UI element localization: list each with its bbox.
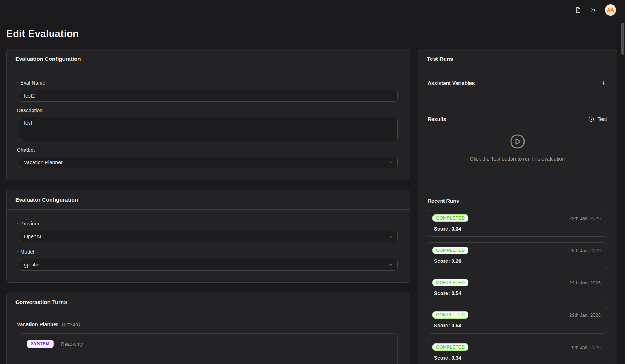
bot-model: (gpt-4o) [62, 321, 80, 327]
test-runs-title: Test Runs [418, 49, 617, 69]
run-status-badge: COMPLETED [432, 311, 468, 319]
results-empty-hint: Click the Test button to run this evalua… [470, 156, 565, 162]
chevron-down-icon [388, 160, 393, 165]
run-card[interactable]: COMPLETED 29th Jan, 2026 Score: 0.34 [428, 339, 607, 364]
chatbot-field: Chatbot Vacation Planner [17, 146, 400, 168]
run-status-badge: COMPLETED [432, 279, 468, 286]
topbar: AA [0, 0, 625, 20]
sun-icon[interactable] [590, 7, 596, 13]
chatbot-label: Chatbot [17, 146, 400, 154]
run-status-badge: COMPLETED [432, 343, 468, 351]
avatar[interactable]: AA [605, 4, 616, 16]
evaluation-configuration-body: * Eval Name Description test [7, 69, 410, 180]
run-card[interactable]: COMPLETED 29th Jan, 2026 Score: 0.34 [428, 210, 607, 237]
system-turn-header: SYSTEM Read-only [19, 334, 397, 354]
conversation-turns-title: Conversation Turns [7, 292, 410, 312]
eval-name-field: * Eval Name [17, 78, 400, 102]
scrollbar-thumb[interactable] [621, 23, 624, 55]
readonly-label: Read-only [61, 341, 83, 347]
chevron-down-icon [388, 234, 393, 239]
evaluation-configuration-card: Evaluation Configuration * Eval Name Des… [6, 49, 410, 180]
run-date: 29th Jan, 2026 [569, 216, 601, 221]
run-score: Score: 0.54 [432, 323, 601, 328]
system-turn-box: SYSTEM Read-only System Prompt [19, 333, 398, 364]
run-score: Score: 0.20 [432, 258, 601, 264]
required-asterisk: * [17, 220, 19, 228]
chatbot-select[interactable]: Vacation Planner [19, 157, 398, 168]
model-field: * Model gpt-4o [17, 247, 400, 271]
provider-label: * Provider [17, 219, 400, 228]
conversation-turns-card: Conversation Turns Vacation Planner (gpt… [6, 292, 410, 364]
play-circle-icon [588, 116, 594, 122]
evaluator-configuration-card: Evaluator Configuration * Provider OpenA… [6, 190, 410, 283]
evaluation-configuration-title: Evaluation Configuration [7, 49, 410, 69]
chatbot-select-value: Vacation Planner [24, 159, 63, 165]
provider-select[interactable]: OpenAI [19, 231, 398, 242]
run-status-badge: COMPLETED [432, 214, 468, 222]
left-column: Evaluation Configuration * Eval Name Des… [6, 49, 410, 364]
document-icon[interactable] [575, 7, 581, 13]
bot-name: Vacation Planner [17, 321, 58, 327]
run-date: 29th Jan, 2026 [569, 248, 601, 253]
add-variable-button[interactable]: + [600, 80, 607, 87]
provider-select-value: OpenAI [24, 234, 41, 239]
assistant-variables-title: Assistant Variables [428, 80, 475, 86]
bot-title: Vacation Planner (gpt-4o) [17, 321, 400, 327]
right-column: Test Runs Assistant Variables + Results [418, 49, 617, 364]
provider-field: * Provider OpenAI [17, 219, 400, 242]
page-title: Edit Evaluation [6, 28, 625, 40]
run-card[interactable]: COMPLETED 29th Jan, 2026 Score: 0.20 [428, 242, 607, 269]
system-turn-body: System Prompt [19, 354, 397, 364]
run-status-badge: COMPLETED [432, 247, 468, 254]
eval-name-label: * Eval Name [17, 78, 400, 87]
results-empty-state: Click the Test button to run this evalua… [428, 122, 607, 162]
system-role-badge: SYSTEM [27, 340, 54, 348]
run-date: 29th Jan, 2026 [569, 312, 601, 318]
test-button[interactable]: Test [588, 116, 607, 122]
model-label: * Model [17, 247, 400, 256]
run-date: 29th Jan, 2026 [569, 345, 601, 350]
chevron-down-icon [388, 262, 393, 267]
eval-name-input[interactable] [19, 90, 398, 102]
run-date: 29th Jan, 2026 [569, 280, 601, 286]
model-select[interactable]: gpt-4o [19, 259, 398, 271]
run-score: Score: 0.34 [432, 355, 601, 361]
results-section: Results Test Click the Test button [428, 105, 607, 186]
required-asterisk: * [17, 249, 19, 256]
run-card[interactable]: COMPLETED 29th Jan, 2026 Score: 0.54 [428, 275, 607, 301]
play-circle-icon-large [510, 134, 525, 149]
conversation-turns-body: Vacation Planner (gpt-4o) SYSTEM Read-on… [7, 312, 410, 364]
assistant-variables-section: Assistant Variables + [428, 69, 607, 105]
run-card[interactable]: COMPLETED 29th Jan, 2026 Score: 0.54 [428, 307, 607, 334]
description-field: Description test [17, 107, 400, 141]
description-label: Description [17, 107, 400, 114]
run-score: Score: 0.34 [432, 226, 601, 232]
evaluator-configuration-title: Evaluator Configuration [7, 190, 410, 210]
evaluator-configuration-body: * Provider OpenAI * [7, 210, 410, 282]
model-select-value: gpt-4o [24, 262, 39, 268]
recent-runs-list: COMPLETED 29th Jan, 2026 Score: 0.34 COM… [428, 210, 607, 364]
test-runs-card: Test Runs Assistant Variables + Results [418, 49, 617, 364]
recent-runs-section: Recent Runs COMPLETED 29th Jan, 2026 Sco… [428, 186, 607, 364]
results-title: Results [428, 116, 446, 122]
run-score: Score: 0.54 [432, 290, 601, 296]
recent-runs-title: Recent Runs [428, 198, 607, 204]
required-asterisk: * [17, 80, 19, 87]
test-button-label: Test [597, 116, 607, 122]
description-textarea[interactable]: test [19, 117, 398, 141]
main-columns: Evaluation Configuration * Eval Name Des… [0, 49, 625, 364]
